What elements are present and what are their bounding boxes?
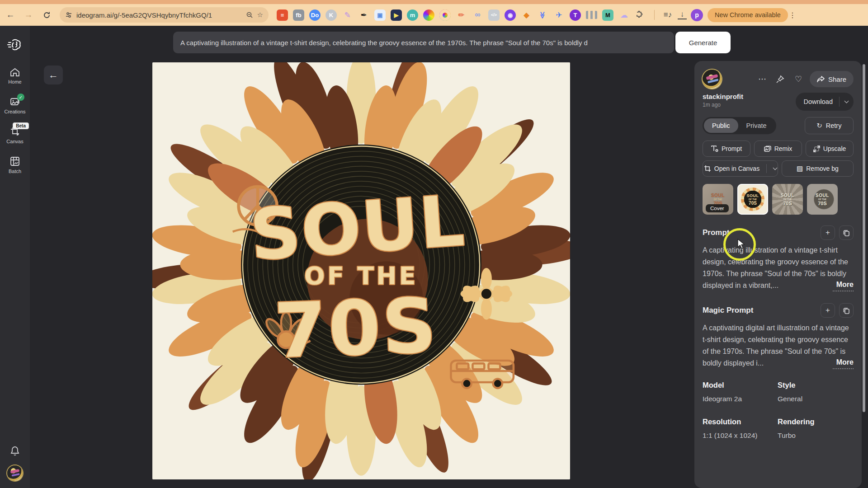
canvas-crop-icon [704, 165, 711, 172]
pin-icon[interactable] [774, 72, 787, 86]
magic-prompt-add-button[interactable]: + [821, 303, 835, 318]
prompt-section-title: Prompt [703, 228, 730, 237]
metamask-extension-icon[interactable]: ◆ [521, 9, 532, 21]
sidebar-item-label: Batch [9, 169, 21, 174]
ghost-extension-icon[interactable]: ☁ [618, 9, 630, 21]
generated-image[interactable]: SOUL OF THE 70S [152, 62, 570, 479]
prompt-copy-button[interactable] [839, 225, 854, 240]
detail-panel: ⋯ ♡ Share stackinprofit 1m ago Download [694, 61, 862, 488]
url-bar[interactable]: ideogram.ai/g/-5eaG2QVSHqybnyTfchkGQ/1 ☆ [60, 7, 269, 23]
sidebar-item-creations[interactable]: ✓ Creations [0, 96, 30, 114]
thumbnail-selected[interactable]: SOUL OF THE 70S [737, 184, 768, 215]
browser-profile-avatar[interactable]: p [691, 9, 703, 21]
remix-button[interactable]: Remix [754, 141, 802, 157]
thumbnail-4[interactable]: SOUL OF THE 70S [807, 184, 838, 215]
url-text[interactable]: ideogram.ai/g/-5eaG2QVSHqybnyTfchkGQ/1 [76, 11, 242, 19]
bookmark-star-icon[interactable]: ☆ [257, 11, 263, 19]
top-prompt-bar: A captivating illustration of a vintage … [173, 32, 731, 53]
media-queue-icon[interactable]: ≡♪ [660, 8, 675, 22]
prompt-add-button[interactable]: + [821, 225, 835, 240]
pinwheel-extension-icon[interactable] [423, 9, 434, 21]
extensions-row: ≡fbDoK✎✒▣▶m✏∞</>◉◆≫✈TM☁ [277, 9, 630, 21]
pencil-extension-icon[interactable]: ✏ [456, 9, 467, 21]
detail-label: Model [703, 381, 778, 389]
upscale-button[interactable]: Upscale [806, 141, 854, 157]
puzzle-glyph [634, 11, 642, 19]
more-options-icon[interactable]: ⋯ [755, 72, 769, 86]
fb-extension-icon[interactable]: fb [293, 9, 304, 21]
browser-toolbar: ← → ideogram.ai/g/-5eaG2QVSHqybnyTfchkGQ… [0, 4, 868, 26]
extensions-puzzle-icon[interactable] [631, 8, 646, 22]
player-extension-icon[interactable]: ▶ [391, 9, 402, 21]
detail-label: Style [778, 381, 854, 389]
reload-icon[interactable] [39, 7, 54, 23]
detail-value: General [778, 395, 854, 403]
photos-extension-icon[interactable]: ▣ [374, 9, 386, 21]
tune-icon[interactable] [65, 11, 72, 19]
share-arrow-icon [817, 76, 825, 83]
chevrons-extension-icon[interactable]: ≫ [537, 9, 548, 21]
visibility-private-option[interactable]: Private [738, 118, 775, 133]
new-chrome-button[interactable]: New Chrome available [708, 8, 788, 22]
generation-details: Model Ideogram 2a Style General Resoluti… [703, 381, 854, 450]
retry-button[interactable]: ↻ Retry [805, 117, 854, 134]
generate-button[interactable]: Generate [675, 32, 731, 53]
brain-glyph [7, 38, 23, 52]
forward-icon[interactable]: → [21, 7, 36, 23]
t-circle-extension-icon[interactable]: T [570, 9, 581, 21]
sidebar-item-batch[interactable]: Batch [0, 156, 30, 174]
creator-avatar[interactable] [703, 70, 722, 89]
canvas-options-chevron-icon[interactable] [773, 166, 778, 170]
detail-value: Ideogram 2a [703, 395, 778, 403]
prompt-action-button[interactable]: Prompt [703, 141, 750, 157]
ideogram-logo-icon[interactable] [7, 38, 23, 54]
browser-tab-strip [0, 0, 868, 4]
prompt-more-link[interactable]: More [833, 279, 854, 291]
medium-extension-icon[interactable]: M [602, 9, 613, 21]
like-heart-icon[interactable]: ♡ [792, 72, 805, 86]
reload-glyph [43, 11, 51, 19]
zoom-icon[interactable] [246, 11, 253, 19]
thumbnail-3[interactable]: SOUL OF THE 70S [772, 184, 803, 215]
sidebar-item-canvas[interactable]: Beta Canvas [0, 126, 30, 144]
user-avatar[interactable] [7, 465, 23, 481]
magic-prompt-more-link[interactable]: More [833, 357, 854, 369]
sidebar-bottom [7, 446, 23, 481]
downloads-icon[interactable]: ↓ [678, 10, 687, 19]
cover-badge: Cover [706, 204, 729, 212]
share-button[interactable]: Share [810, 71, 854, 87]
open-in-canvas-button[interactable]: Open in Canvas [703, 160, 778, 177]
back-icon[interactable]: ← [3, 7, 18, 23]
eye-extension-icon[interactable]: ◉ [505, 9, 516, 21]
notifications-bell-icon[interactable] [9, 446, 20, 457]
code-extension-icon[interactable]: </> [488, 9, 500, 21]
stats-extension-icon[interactable] [586, 11, 597, 19]
prompt-input[interactable]: A captivating illustration of a vintage … [173, 32, 674, 53]
browser-menu-icon[interactable]: ⋮ [788, 11, 797, 19]
color-ring-extension-icon[interactable] [439, 9, 451, 21]
purple-pen-extension-icon[interactable]: ✎ [342, 9, 353, 21]
detail-value: 1:1 (1024 x 1024) [703, 432, 778, 440]
visibility-public-option[interactable]: Public [704, 118, 738, 133]
remove-bg-button[interactable]: ▨ Remove bg [782, 160, 854, 177]
download-button[interactable]: Download [796, 93, 854, 111]
k-circle-extension-icon[interactable]: K [326, 9, 337, 21]
sidebar-item-home[interactable]: Home [0, 67, 30, 84]
thumbnail-cover[interactable]: SOUL OF THE 70S Cover [703, 184, 733, 215]
action-row-2: Open in Canvas ▨ Remove bg [703, 160, 854, 177]
magic-prompt-copy-button[interactable] [839, 303, 854, 318]
batch-icon [9, 156, 20, 167]
plane-extension-icon[interactable]: ✈ [553, 9, 565, 21]
creator-username[interactable]: stackinprofit [703, 93, 743, 100]
action-row-1: Prompt Remix Upscale [703, 141, 854, 157]
home-icon [9, 67, 20, 77]
panel-scrollbar[interactable] [863, 64, 865, 412]
back-to-feed-button[interactable]: ← [44, 66, 63, 84]
eyedropper-extension-icon[interactable]: ✒ [358, 9, 369, 21]
todoist-extension-icon[interactable]: ≡ [277, 9, 288, 21]
descript-extension-icon[interactable]: Do [309, 9, 321, 21]
monday-extension-icon[interactable]: m [407, 9, 418, 21]
visibility-toggle: Public Private [703, 117, 776, 134]
download-options-chevron-icon[interactable] [840, 101, 854, 103]
link-extension-icon[interactable]: ∞ [472, 9, 483, 21]
